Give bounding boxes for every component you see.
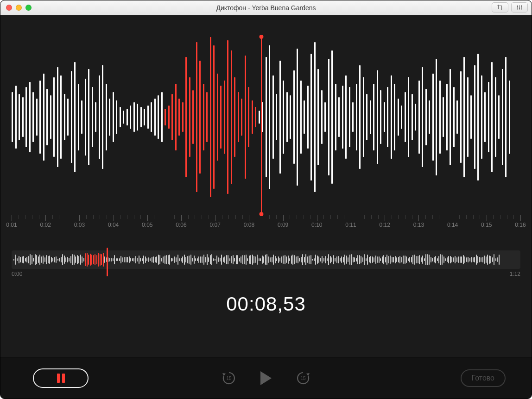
- waveform-bar: [127, 109, 128, 125]
- waveform-bar: [436, 59, 437, 175]
- timeline-ruler[interactable]: 0:010:020:030:040:050:060:070:080:090:10…: [12, 215, 520, 232]
- main-waveform[interactable]: [12, 25, 520, 210]
- skip-forward-15-button[interactable]: 15: [295, 370, 311, 386]
- playback-controls: 15 15: [221, 370, 311, 386]
- ruler-label: 0:09: [278, 222, 288, 228]
- waveform-bar: [412, 94, 413, 141]
- pause-record-button[interactable]: [33, 368, 89, 388]
- waveform-bar: [293, 70, 295, 164]
- waveform-bar: [310, 54, 312, 181]
- waveform-bar: [67, 99, 69, 135]
- waveform-bar: [210, 37, 211, 197]
- waveform-bar: [192, 90, 194, 143]
- waveform-bar: [43, 74, 44, 160]
- app-window: Диктофон - Yerba Buena Gardens 0:010:020…: [0, 0, 532, 399]
- waveform-bar: [36, 99, 38, 135]
- waveform-bar: [22, 97, 24, 137]
- ruler-label: 0:11: [345, 222, 356, 228]
- waveform-bar: [25, 87, 27, 147]
- waveform-bar: [46, 89, 48, 145]
- waveform-bar: [161, 92, 163, 142]
- waveform-bar: [224, 81, 225, 154]
- current-time-display: 00:08,53: [0, 293, 532, 315]
- content-area: 0:010:020:030:040:050:060:070:080:090:10…: [0, 15, 532, 399]
- waveform-bar: [185, 57, 187, 177]
- waveform-bar: [286, 92, 288, 142]
- waveform-bar: [171, 94, 173, 141]
- tune-button[interactable]: [511, 2, 528, 12]
- svg-point-1: [519, 8, 520, 9]
- waveform-bar: [165, 109, 166, 125]
- waveform-bar: [213, 45, 215, 189]
- waveform-bar: [158, 95, 159, 139]
- waveform-bar: [269, 45, 270, 189]
- waveform-bar: [178, 99, 180, 135]
- titlebar: Диктофон - Yerba Buena Gardens: [0, 0, 532, 15]
- waveform-bar: [456, 100, 458, 134]
- waveform-bar: [484, 92, 486, 142]
- ruler-label: 0:16: [515, 222, 526, 228]
- playhead[interactable]: [261, 37, 262, 214]
- ruler-label: 0:07: [210, 222, 221, 228]
- waveform-bar: [64, 94, 65, 141]
- ruler-label: 0:06: [176, 222, 186, 228]
- done-button[interactable]: Готово: [461, 369, 506, 387]
- waveform-bar: [290, 95, 291, 139]
- waveform-bar: [450, 69, 451, 166]
- skip-back-15-button[interactable]: 15: [221, 370, 237, 386]
- waveform-bar: [189, 77, 190, 157]
- ruler-label: 0:14: [447, 222, 458, 228]
- waveform-bar: [495, 77, 496, 157]
- toolbar-right: [492, 2, 528, 12]
- waveform-bar: [234, 77, 235, 157]
- waveform-bar: [53, 77, 55, 157]
- waveform-bar: [317, 69, 319, 166]
- waveform-bar: [220, 86, 222, 149]
- waveform-bar: [359, 65, 361, 168]
- waveform-bar: [123, 111, 124, 124]
- overview-cursor[interactable]: [107, 248, 108, 276]
- play-button[interactable]: [259, 370, 273, 386]
- ruler-label: 0:12: [380, 222, 390, 228]
- waveform-bar: [113, 92, 114, 142]
- waveform-bar: [71, 71, 72, 163]
- play-icon: [259, 370, 273, 386]
- waveform-bar: [60, 75, 62, 159]
- waveform-bar: [418, 81, 420, 154]
- ruler-label: 0:02: [40, 222, 51, 228]
- overview-start-time: 0:00: [12, 271, 22, 277]
- ruler-label: 0:04: [108, 222, 119, 228]
- waveform-bar: [380, 90, 381, 143]
- waveform-bar: [203, 84, 204, 150]
- waveform-bar: [272, 75, 274, 159]
- waveform-bar: [266, 57, 267, 177]
- waveform-bar: [262, 102, 263, 132]
- overview-end-time: 1:12: [510, 271, 520, 277]
- bottom-bar: 15 15 Готово: [0, 357, 532, 399]
- waveform-bar: [509, 81, 510, 154]
- waveform-bar: [394, 84, 395, 150]
- waveform-bar: [32, 92, 34, 142]
- waveform-bar: [199, 61, 201, 174]
- waveform-bar: [227, 40, 228, 193]
- waveform-bar: [206, 92, 208, 142]
- waveform-bar: [377, 70, 378, 164]
- waveform-bar: [57, 67, 58, 167]
- waveform-bar: [99, 75, 100, 159]
- waveform-bar: [384, 102, 385, 132]
- waveform-bar: [443, 97, 444, 137]
- ruler-label: 0:15: [481, 222, 492, 228]
- waveform-bar: [154, 99, 156, 135]
- waveform-bar: [297, 49, 298, 185]
- crop-button[interactable]: [492, 2, 508, 12]
- waveform-bar: [255, 107, 256, 127]
- waveform-bar: [467, 77, 469, 157]
- waveform-bar: [356, 84, 357, 150]
- ruler-label: 0:13: [413, 222, 424, 228]
- waveform-bar: [314, 42, 316, 192]
- waveform-bar: [391, 75, 392, 159]
- waveform-bar: [144, 109, 145, 125]
- waveform-bar: [39, 81, 41, 154]
- waveform-bar: [405, 92, 406, 142]
- overview-waveform[interactable]: 0:00 1:12: [12, 250, 520, 274]
